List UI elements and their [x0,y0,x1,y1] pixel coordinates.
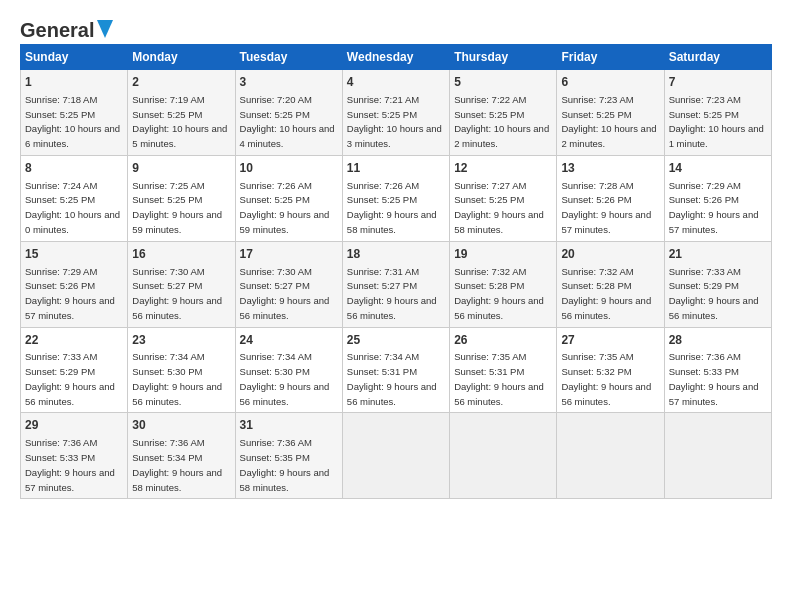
calendar-header-tuesday: Tuesday [235,45,342,70]
logo-line: General [20,18,113,42]
day-info: Sunrise: 7:36 AMSunset: 5:33 PMDaylight:… [25,437,115,492]
day-info: Sunrise: 7:19 AMSunset: 5:25 PMDaylight:… [132,94,227,149]
day-number: 23 [132,332,230,349]
day-number: 15 [25,246,123,263]
day-number: 3 [240,74,338,91]
day-info: Sunrise: 7:34 AMSunset: 5:31 PMDaylight:… [347,351,437,406]
day-number: 30 [132,417,230,434]
day-number: 24 [240,332,338,349]
calendar-cell: 16 Sunrise: 7:30 AMSunset: 5:27 PMDaylig… [128,241,235,327]
calendar-cell: 12 Sunrise: 7:27 AMSunset: 5:25 PMDaylig… [450,155,557,241]
day-info: Sunrise: 7:34 AMSunset: 5:30 PMDaylight:… [240,351,330,406]
calendar-cell [342,413,449,499]
day-info: Sunrise: 7:18 AMSunset: 5:25 PMDaylight:… [25,94,120,149]
day-info: Sunrise: 7:29 AMSunset: 5:26 PMDaylight:… [669,180,759,235]
day-info: Sunrise: 7:35 AMSunset: 5:31 PMDaylight:… [454,351,544,406]
logo: General [20,18,113,38]
calendar-header-sunday: Sunday [21,45,128,70]
day-info: Sunrise: 7:36 AMSunset: 5:35 PMDaylight:… [240,437,330,492]
logo-arrow-icon [97,20,113,42]
day-number: 29 [25,417,123,434]
calendar-cell: 25 Sunrise: 7:34 AMSunset: 5:31 PMDaylig… [342,327,449,413]
calendar-cell: 8 Sunrise: 7:24 AMSunset: 5:25 PMDayligh… [21,155,128,241]
day-number: 12 [454,160,552,177]
day-info: Sunrise: 7:29 AMSunset: 5:26 PMDaylight:… [25,266,115,321]
calendar-cell: 3 Sunrise: 7:20 AMSunset: 5:25 PMDayligh… [235,70,342,156]
day-info: Sunrise: 7:25 AMSunset: 5:25 PMDaylight:… [132,180,222,235]
day-number: 1 [25,74,123,91]
day-info: Sunrise: 7:35 AMSunset: 5:32 PMDaylight:… [561,351,651,406]
calendar-cell: 13 Sunrise: 7:28 AMSunset: 5:26 PMDaylig… [557,155,664,241]
calendar-cell: 30 Sunrise: 7:36 AMSunset: 5:34 PMDaylig… [128,413,235,499]
header: General [20,18,772,38]
calendar-cell: 9 Sunrise: 7:25 AMSunset: 5:25 PMDayligh… [128,155,235,241]
day-info: Sunrise: 7:23 AMSunset: 5:25 PMDaylight:… [561,94,656,149]
calendar-cell: 26 Sunrise: 7:35 AMSunset: 5:31 PMDaylig… [450,327,557,413]
day-number: 10 [240,160,338,177]
calendar-row-5: 29 Sunrise: 7:36 AMSunset: 5:33 PMDaylig… [21,413,772,499]
calendar-cell: 31 Sunrise: 7:36 AMSunset: 5:35 PMDaylig… [235,413,342,499]
day-number: 16 [132,246,230,263]
day-number: 26 [454,332,552,349]
day-info: Sunrise: 7:30 AMSunset: 5:27 PMDaylight:… [132,266,222,321]
calendar-cell: 23 Sunrise: 7:34 AMSunset: 5:30 PMDaylig… [128,327,235,413]
calendar-header-row: SundayMondayTuesdayWednesdayThursdayFrid… [21,45,772,70]
logo-general: General [20,19,94,42]
day-info: Sunrise: 7:21 AMSunset: 5:25 PMDaylight:… [347,94,442,149]
day-number: 22 [25,332,123,349]
day-info: Sunrise: 7:32 AMSunset: 5:28 PMDaylight:… [561,266,651,321]
calendar-cell [664,413,771,499]
day-info: Sunrise: 7:26 AMSunset: 5:25 PMDaylight:… [347,180,437,235]
day-info: Sunrise: 7:27 AMSunset: 5:25 PMDaylight:… [454,180,544,235]
calendar-cell: 19 Sunrise: 7:32 AMSunset: 5:28 PMDaylig… [450,241,557,327]
day-number: 28 [669,332,767,349]
calendar-cell: 11 Sunrise: 7:26 AMSunset: 5:25 PMDaylig… [342,155,449,241]
svg-marker-0 [97,20,113,38]
calendar-cell: 17 Sunrise: 7:30 AMSunset: 5:27 PMDaylig… [235,241,342,327]
calendar-cell: 22 Sunrise: 7:33 AMSunset: 5:29 PMDaylig… [21,327,128,413]
day-number: 5 [454,74,552,91]
calendar-cell: 29 Sunrise: 7:36 AMSunset: 5:33 PMDaylig… [21,413,128,499]
calendar-row-4: 22 Sunrise: 7:33 AMSunset: 5:29 PMDaylig… [21,327,772,413]
day-info: Sunrise: 7:30 AMSunset: 5:27 PMDaylight:… [240,266,330,321]
day-number: 17 [240,246,338,263]
calendar-header-wednesday: Wednesday [342,45,449,70]
calendar-cell: 5 Sunrise: 7:22 AMSunset: 5:25 PMDayligh… [450,70,557,156]
calendar-cell: 27 Sunrise: 7:35 AMSunset: 5:32 PMDaylig… [557,327,664,413]
day-info: Sunrise: 7:23 AMSunset: 5:25 PMDaylight:… [669,94,764,149]
calendar-row-3: 15 Sunrise: 7:29 AMSunset: 5:26 PMDaylig… [21,241,772,327]
calendar-cell: 15 Sunrise: 7:29 AMSunset: 5:26 PMDaylig… [21,241,128,327]
calendar-cell: 24 Sunrise: 7:34 AMSunset: 5:30 PMDaylig… [235,327,342,413]
day-info: Sunrise: 7:33 AMSunset: 5:29 PMDaylight:… [669,266,759,321]
calendar-row-2: 8 Sunrise: 7:24 AMSunset: 5:25 PMDayligh… [21,155,772,241]
day-number: 18 [347,246,445,263]
calendar-cell [557,413,664,499]
day-info: Sunrise: 7:31 AMSunset: 5:27 PMDaylight:… [347,266,437,321]
day-number: 6 [561,74,659,91]
day-info: Sunrise: 7:36 AMSunset: 5:34 PMDaylight:… [132,437,222,492]
calendar-cell: 18 Sunrise: 7:31 AMSunset: 5:27 PMDaylig… [342,241,449,327]
calendar-header-thursday: Thursday [450,45,557,70]
day-info: Sunrise: 7:34 AMSunset: 5:30 PMDaylight:… [132,351,222,406]
calendar-cell: 20 Sunrise: 7:32 AMSunset: 5:28 PMDaylig… [557,241,664,327]
day-number: 14 [669,160,767,177]
day-info: Sunrise: 7:22 AMSunset: 5:25 PMDaylight:… [454,94,549,149]
page: General SundayMondayTuesdayWednesdayThur… [0,0,792,509]
calendar-table: SundayMondayTuesdayWednesdayThursdayFrid… [20,44,772,499]
day-number: 19 [454,246,552,263]
day-number: 20 [561,246,659,263]
calendar-cell [450,413,557,499]
day-info: Sunrise: 7:20 AMSunset: 5:25 PMDaylight:… [240,94,335,149]
calendar-cell: 6 Sunrise: 7:23 AMSunset: 5:25 PMDayligh… [557,70,664,156]
calendar-header-friday: Friday [557,45,664,70]
calendar-cell: 4 Sunrise: 7:21 AMSunset: 5:25 PMDayligh… [342,70,449,156]
day-info: Sunrise: 7:32 AMSunset: 5:28 PMDaylight:… [454,266,544,321]
calendar-cell: 21 Sunrise: 7:33 AMSunset: 5:29 PMDaylig… [664,241,771,327]
day-number: 13 [561,160,659,177]
calendar-cell: 28 Sunrise: 7:36 AMSunset: 5:33 PMDaylig… [664,327,771,413]
calendar-header-saturday: Saturday [664,45,771,70]
day-number: 4 [347,74,445,91]
day-number: 25 [347,332,445,349]
calendar-cell: 14 Sunrise: 7:29 AMSunset: 5:26 PMDaylig… [664,155,771,241]
day-info: Sunrise: 7:33 AMSunset: 5:29 PMDaylight:… [25,351,115,406]
